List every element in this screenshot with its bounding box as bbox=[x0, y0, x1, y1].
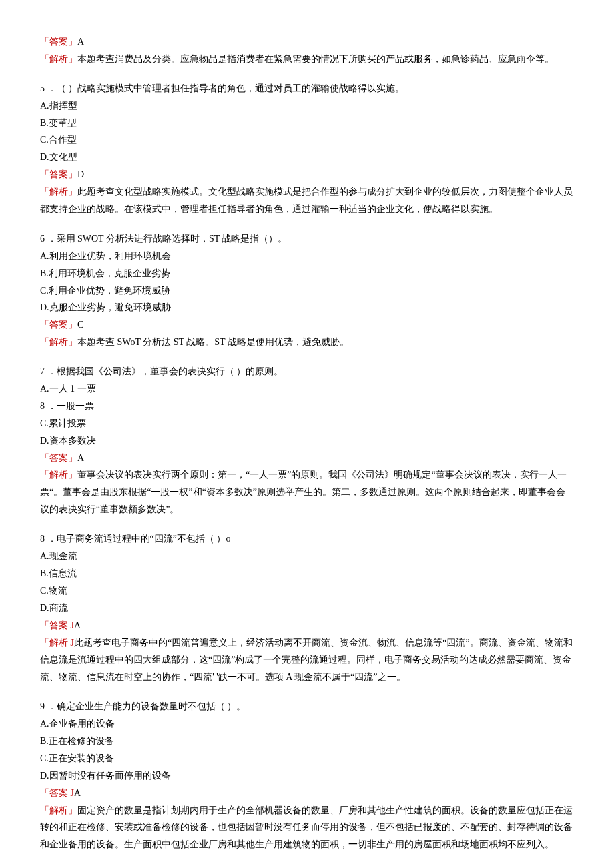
option-c: C.合作型 bbox=[40, 131, 574, 149]
option-c: C.累计投票 bbox=[40, 415, 574, 432]
analysis-line: 「解析」董事会决议的表决实行两个原则：第一，“一人一票”的原则。我国《公司法》明… bbox=[40, 466, 574, 518]
analysis-text: 固定资产的数量是指计划期内用于生产的全部机器设备的数量、厂房和其他生产性建筑的面… bbox=[40, 805, 573, 850]
answer-label: 「答案」 bbox=[40, 37, 77, 47]
answer-line: 「答案」C bbox=[40, 316, 574, 334]
answer-value: A bbox=[77, 453, 84, 463]
analysis-text: 董事会决议的表决实行两个原则：第一，“一人一票”的原则。我国《公司法》明确规定“… bbox=[40, 470, 567, 514]
analysis-text: 本题考查消费品及分类。应急物品是指消费者在紧急需要的情况下所购买的产品或服务，如… bbox=[77, 54, 554, 64]
question-stem: 6 ．采用 SWOT 分析法进行战略选择时，ST 战略是指（）。 bbox=[40, 230, 574, 248]
option-b: B.信息流 bbox=[40, 565, 574, 582]
analysis-line: 「解析」本题考查 SWoT 分析法 ST 战略。ST 战略是使用优势，避免威胁。 bbox=[40, 334, 574, 351]
question-9: 9 ．确定企业生产能力的设备数量时不包括（ ）。 A.企业备用的设备 B.正在检… bbox=[40, 698, 574, 853]
answer-line: 「答案 JA bbox=[40, 785, 574, 802]
answer-value: A bbox=[74, 788, 81, 798]
option-b-line: 8 ．一股一票 bbox=[40, 398, 574, 415]
answer-value: A bbox=[77, 37, 84, 47]
analysis-line: 「解析」本题考查消费品及分类。应急物品是指消费者在紧急需要的情况下所购买的产品或… bbox=[40, 51, 574, 68]
analysis-label: 「解析」 bbox=[40, 337, 77, 347]
analysis-label: 「解析」 bbox=[40, 805, 77, 815]
option-c: C.正在安装的设备 bbox=[40, 750, 574, 767]
question-stem: 5 ．（ ）战略实施模式中管理者担任指导者的角色，通过对员工的灌输使战略得以实施… bbox=[40, 80, 574, 97]
question-8: 8 ．电子商务流通过程中的“四流”不包括（ ）o A.现金流 B.信息流 C.物… bbox=[40, 530, 574, 686]
answer-label: 「答案」 bbox=[40, 320, 77, 330]
answer-label: 「答案 J bbox=[40, 620, 74, 630]
answer-label: 「答案」 bbox=[40, 169, 77, 179]
question-7: 7 ．根据我国《公司法》，董事会的表决实行（ ）的原则。 A.一人 1 一票 8… bbox=[40, 363, 574, 518]
option-b: B.利用环境机会，克服企业劣势 bbox=[40, 265, 574, 282]
analysis-line: 「解析」固定资产的数量是指计划期内用于生产的全部机器设备的数量、厂房和其他生产性… bbox=[40, 802, 574, 854]
analysis-text: 此题考查文化型战略实施模式。文化型战略实施模式是把合作型的参与成分扩大到企业的较… bbox=[40, 187, 573, 214]
option-d: D.文化型 bbox=[40, 149, 574, 166]
option-d: D.资本多数决 bbox=[40, 432, 574, 450]
analysis-label: 「解析」 bbox=[40, 470, 77, 480]
option-d: D.克服企业劣势，避免环境威胁 bbox=[40, 299, 574, 316]
answer-value: C bbox=[77, 320, 83, 330]
analysis-label: 「解析」 bbox=[40, 54, 77, 64]
analysis-text: 此题考查电子商务中的“四流普遍意义上，经济活动离不开商流、资金流、物流、信息流等… bbox=[40, 638, 573, 683]
analysis-text: 本题考查 SWoT 分析法 ST 战略。ST 战略是使用优势，避免威胁。 bbox=[77, 337, 349, 347]
option-c: C.利用企业优势，避免环境威胁 bbox=[40, 282, 574, 300]
option-a: A.一人 1 一票 bbox=[40, 380, 574, 398]
analysis-line: 「解析 J此题考查电子商务中的“四流普遍意义上，经济活动离不开商流、资金流、物流… bbox=[40, 634, 574, 687]
question-6: 6 ．采用 SWOT 分析法进行战略选择时，ST 战略是指（）。 A.利用企业优… bbox=[40, 230, 574, 351]
answer-label: 「答案 J bbox=[40, 788, 74, 798]
option-d: D.因暂时没有任务而停用的设备 bbox=[40, 767, 574, 785]
answer-line: 「答案 JA bbox=[40, 617, 574, 634]
answer-value: D bbox=[77, 169, 84, 179]
answer-value: A bbox=[74, 620, 81, 630]
analysis-label: 「解析 J bbox=[40, 638, 74, 648]
option-a: A.指挥型 bbox=[40, 97, 574, 115]
question-stem: 8 ．电子商务流通过程中的“四流”不包括（ ）o bbox=[40, 530, 574, 548]
option-d: D.商流 bbox=[40, 600, 574, 617]
analysis-label: 「解析」 bbox=[40, 187, 77, 197]
question-stem: 7 ．根据我国《公司法》，董事会的表决实行（ ）的原则。 bbox=[40, 363, 574, 380]
question-stem: 9 ．确定企业生产能力的设备数量时不包括（ ）。 bbox=[40, 698, 574, 715]
option-a: A.利用企业优势，利用环境机会 bbox=[40, 248, 574, 265]
answer-label: 「答案」 bbox=[40, 453, 77, 463]
answer-line: 「答案」A bbox=[40, 33, 574, 51]
option-b: B.变革型 bbox=[40, 115, 574, 132]
option-b: B.正在检修的设备 bbox=[40, 733, 574, 750]
option-c: C.物流 bbox=[40, 582, 574, 600]
answer-line: 「答案」D bbox=[40, 166, 574, 183]
option-a: A.企业备用的设备 bbox=[40, 715, 574, 733]
answer-line: 「答案」A bbox=[40, 450, 574, 467]
option-a: A.现金流 bbox=[40, 548, 574, 565]
analysis-line: 「解析」此题考查文化型战略实施模式。文化型战略实施模式是把合作型的参与成分扩大到… bbox=[40, 183, 574, 218]
question-4-tail: 「答案」A 「解析」本题考查消费品及分类。应急物品是指消费者在紧急需要的情况下所… bbox=[40, 33, 574, 68]
question-5: 5 ．（ ）战略实施模式中管理者担任指导者的角色，通过对员工的灌输使战略得以实施… bbox=[40, 80, 574, 218]
